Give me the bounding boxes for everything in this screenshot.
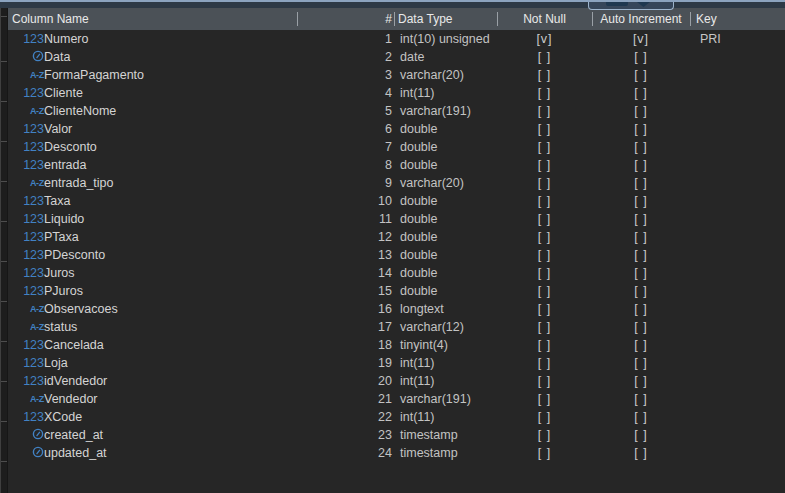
column-divider[interactable] [394, 12, 395, 26]
column-name-cell[interactable]: PJuros [44, 282, 83, 300]
auto-increment-checkbox[interactable]: [ ] [592, 354, 690, 372]
table-row[interactable]: 123 entrada 8 double [ ] [ ] [8, 156, 785, 174]
table-row[interactable]: 123 Valor 6 double [ ] [ ] [8, 120, 785, 138]
data-type-cell[interactable]: varchar(12) [400, 318, 464, 336]
column-name-cell[interactable]: Valor [44, 120, 72, 138]
data-type-cell[interactable]: date [400, 48, 424, 66]
data-type-cell[interactable]: double [400, 246, 438, 264]
column-name-cell[interactable]: ClienteNome [44, 102, 116, 120]
auto-increment-checkbox[interactable]: [ ] [592, 318, 690, 336]
not-null-checkbox[interactable]: [ ] [497, 390, 592, 408]
data-type-cell[interactable]: double [400, 120, 438, 138]
not-null-checkbox[interactable]: [ ] [497, 210, 592, 228]
column-name-cell[interactable]: Numero [44, 30, 88, 48]
auto-increment-checkbox[interactable]: [ ] [592, 210, 690, 228]
auto-increment-checkbox[interactable]: [ ] [592, 372, 690, 390]
not-null-checkbox[interactable]: [ ] [497, 120, 592, 138]
data-type-cell[interactable]: double [400, 192, 438, 210]
auto-increment-checkbox[interactable]: [ ] [592, 264, 690, 282]
column-name-cell[interactable]: status [44, 318, 77, 336]
column-name-cell[interactable]: updated_at [44, 444, 107, 462]
not-null-checkbox[interactable]: [ ] [497, 444, 592, 462]
data-type-cell[interactable]: tinyint(4) [400, 336, 448, 354]
data-type-cell[interactable]: int(11) [400, 372, 435, 390]
table-row[interactable]: A-Z Vendedor 21 varchar(191) [ ] [ ] [8, 390, 785, 408]
column-name-cell[interactable]: Loja [44, 354, 68, 372]
not-null-checkbox[interactable]: [ ] [497, 84, 592, 102]
auto-increment-checkbox[interactable]: [ ] [592, 228, 690, 246]
not-null-checkbox[interactable]: [ ] [497, 282, 592, 300]
column-name-cell[interactable]: Vendedor [44, 390, 98, 408]
column-name-cell[interactable]: created_at [44, 426, 103, 444]
table-row[interactable]: 123 idVendedor 20 int(11) [ ] [ ] [8, 372, 785, 390]
auto-increment-checkbox[interactable]: [ ] [592, 174, 690, 192]
data-type-cell[interactable]: varchar(191) [400, 390, 471, 408]
auto-increment-checkbox[interactable]: [ ] [592, 282, 690, 300]
table-row[interactable]: created_at 23 timestamp [ ] [ ] [8, 426, 785, 444]
column-name-cell[interactable]: PDesconto [44, 246, 105, 264]
table-row[interactable]: 123 Loja 19 int(11) [ ] [ ] [8, 354, 785, 372]
column-divider[interactable] [690, 12, 691, 26]
not-null-checkbox[interactable]: [ ] [497, 156, 592, 174]
auto-increment-checkbox[interactable]: [ ] [592, 300, 690, 318]
table-row[interactable]: 123 Cancelada 18 tinyint(4) [ ] [ ] [8, 336, 785, 354]
table-row[interactable]: 123 PTaxa 12 double [ ] [ ] [8, 228, 785, 246]
table-row[interactable]: A-Z Observacoes 16 longtext [ ] [ ] [8, 300, 785, 318]
header-position[interactable]: # [308, 8, 392, 30]
table-row[interactable]: Data 2 date [ ] [ ] [8, 48, 785, 66]
not-null-checkbox[interactable]: [ ] [497, 372, 592, 390]
data-type-cell[interactable]: double [400, 156, 438, 174]
auto-increment-checkbox[interactable]: [ ] [592, 84, 690, 102]
data-type-cell[interactable]: timestamp [400, 426, 458, 444]
column-name-cell[interactable]: Taxa [44, 192, 70, 210]
column-name-cell[interactable]: PTaxa [44, 228, 79, 246]
table-row[interactable]: 123 Numero 1 int(10) unsigned [v] [v] PR… [8, 30, 785, 48]
table-row[interactable]: 123 Desconto 7 double [ ] [ ] [8, 138, 785, 156]
not-null-checkbox[interactable]: [ ] [497, 264, 592, 282]
data-type-cell[interactable]: int(11) [400, 84, 435, 102]
not-null-checkbox[interactable]: [ ] [497, 408, 592, 426]
header-key[interactable]: Key [696, 8, 717, 30]
column-name-cell[interactable]: Cancelada [44, 336, 104, 354]
table-row[interactable]: A-Z ClienteNome 5 varchar(191) [ ] [ ] [8, 102, 785, 120]
not-null-checkbox[interactable]: [ ] [497, 426, 592, 444]
table-row[interactable]: 123 Taxa 10 double [ ] [ ] [8, 192, 785, 210]
table-row[interactable]: 123 Cliente 4 int(11) [ ] [ ] [8, 84, 785, 102]
column-name-cell[interactable]: FormaPagamento [44, 66, 144, 84]
not-null-checkbox[interactable]: [ ] [497, 228, 592, 246]
not-null-checkbox[interactable]: [ ] [497, 192, 592, 210]
not-null-checkbox[interactable]: [ ] [497, 300, 592, 318]
column-name-cell[interactable]: Juros [44, 264, 75, 282]
column-name-cell[interactable]: Data [44, 48, 70, 66]
auto-increment-checkbox[interactable]: [ ] [592, 48, 690, 66]
table-row[interactable]: A-Z FormaPagamento 3 varchar(20) [ ] [ ] [8, 66, 785, 84]
not-null-checkbox[interactable]: [ ] [497, 174, 592, 192]
not-null-checkbox[interactable]: [v] [497, 30, 592, 48]
table-row[interactable]: 123 Juros 14 double [ ] [ ] [8, 264, 785, 282]
table-row[interactable]: A-Z status 17 varchar(12) [ ] [ ] [8, 318, 785, 336]
data-type-cell[interactable]: double [400, 228, 438, 246]
not-null-checkbox[interactable]: [ ] [497, 318, 592, 336]
auto-increment-checkbox[interactable]: [v] [592, 30, 690, 48]
auto-increment-checkbox[interactable]: [ ] [592, 102, 690, 120]
data-type-cell[interactable]: double [400, 138, 438, 156]
data-type-cell[interactable]: double [400, 210, 438, 228]
data-type-cell[interactable]: varchar(20) [400, 66, 464, 84]
header-not-null[interactable]: Not Null [497, 8, 592, 30]
table-row[interactable]: 123 Liquido 11 double [ ] [ ] [8, 210, 785, 228]
auto-increment-checkbox[interactable]: [ ] [592, 192, 690, 210]
auto-increment-checkbox[interactable]: [ ] [592, 408, 690, 426]
data-type-cell[interactable]: double [400, 264, 438, 282]
data-type-cell[interactable]: varchar(191) [400, 102, 471, 120]
auto-increment-checkbox[interactable]: [ ] [592, 390, 690, 408]
data-type-cell[interactable]: timestamp [400, 444, 458, 462]
header-column-name[interactable]: Column Name [12, 8, 89, 30]
not-null-checkbox[interactable]: [ ] [497, 138, 592, 156]
data-type-cell[interactable]: int(11) [400, 408, 435, 426]
column-name-cell[interactable]: Observacoes [44, 300, 118, 318]
column-name-cell[interactable]: Liquido [44, 210, 84, 228]
column-name-cell[interactable]: idVendedor [44, 372, 107, 390]
not-null-checkbox[interactable]: [ ] [497, 354, 592, 372]
column-name-cell[interactable]: entrada_tipo [44, 174, 114, 192]
auto-increment-checkbox[interactable]: [ ] [592, 426, 690, 444]
